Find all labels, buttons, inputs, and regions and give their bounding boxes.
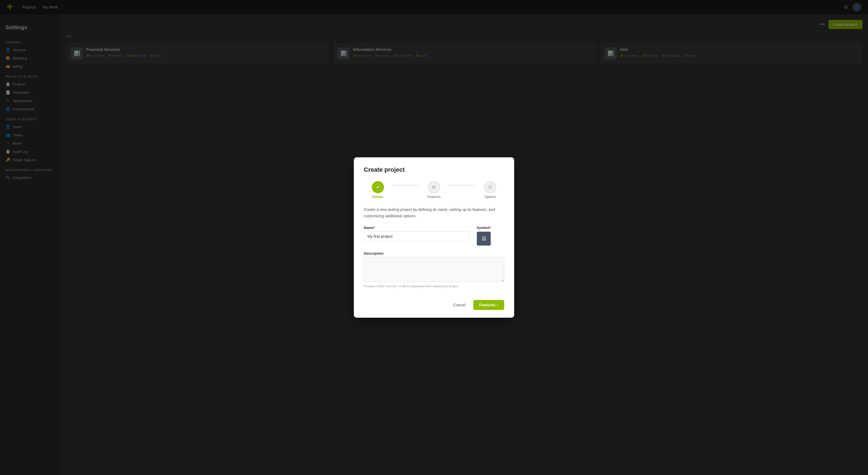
stepper-circle-features: [428, 181, 440, 193]
stepper-line-1: [392, 185, 420, 186]
description-hint: Provide a short summary. It will be disp…: [364, 285, 504, 288]
symbol-button[interactable]: 🖥: [476, 231, 491, 246]
modal-overlay[interactable]: Create project Details: [0, 0, 868, 475]
modal-description: Create a new testing project by defining…: [364, 207, 504, 219]
stepper-label-features: Features: [427, 195, 440, 199]
symbol-label: Symbol*: [476, 226, 504, 230]
stepper-step-options: Options: [476, 181, 504, 199]
stepper-line-2: [448, 185, 476, 186]
stepper-circle-options: [484, 181, 496, 193]
modal-title: Create project: [364, 166, 504, 173]
description-textarea[interactable]: [364, 257, 504, 282]
form-group-name: Name*: [364, 226, 470, 246]
form-group-description: Description Provide a short summary. It …: [364, 251, 504, 288]
svg-point-3: [490, 187, 491, 188]
svg-rect-2: [432, 188, 435, 188]
cancel-button[interactable]: Cancel: [449, 300, 470, 310]
features-button-label: Features: [479, 303, 495, 307]
form-group-symbol: Symbol* 🖥: [476, 226, 504, 246]
name-label: Name*: [364, 226, 470, 230]
form-row-name-symbol: Name* Symbol* 🖥: [364, 226, 504, 246]
stepper-label-options: Options: [484, 195, 496, 199]
svg-rect-0: [432, 186, 436, 186]
svg-rect-1: [432, 187, 436, 187]
stepper-circle-details: [372, 181, 384, 193]
create-project-modal: Create project Details: [354, 157, 514, 318]
name-input[interactable]: [364, 231, 470, 241]
features-button-arrow: ›: [497, 303, 498, 307]
stepper-step-features: Features: [420, 181, 448, 199]
stepper: Details Features: [364, 181, 504, 199]
modal-footer: Cancel Features ›: [364, 296, 504, 310]
description-label: Description: [364, 251, 504, 256]
features-button[interactable]: Features ›: [473, 300, 504, 310]
stepper-label-details: Details: [372, 195, 383, 199]
stepper-step-details: Details: [364, 181, 392, 199]
